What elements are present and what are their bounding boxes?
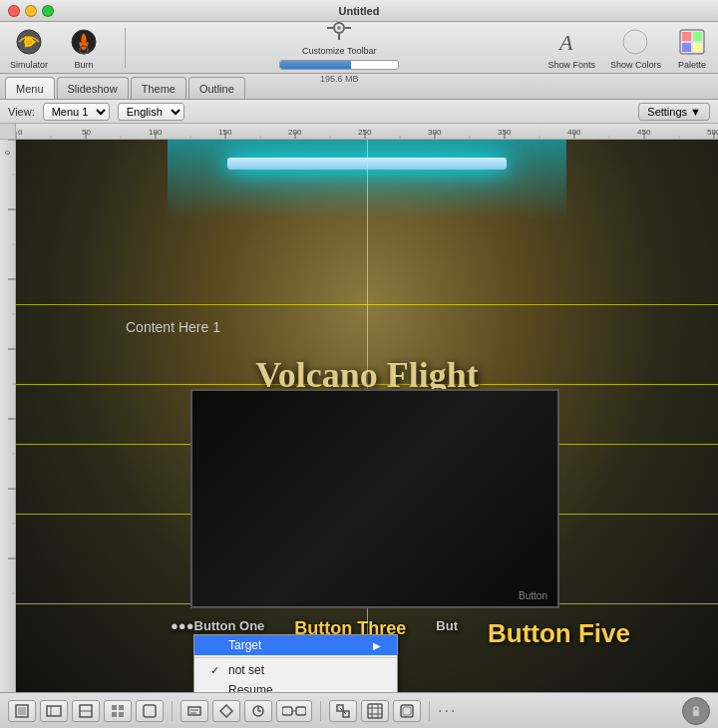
- cm-target[interactable]: Target ▶: [194, 635, 397, 655]
- view-label: View:: [8, 106, 35, 118]
- svg-rect-74: [119, 712, 124, 717]
- progress-bar: [279, 60, 399, 70]
- ruler-h-marks: 0 50 100 150 200 250 300: [16, 124, 718, 139]
- language-select[interactable]: English: [118, 103, 184, 121]
- bt-sep-3: [429, 701, 430, 721]
- menu-select[interactable]: Menu 1: [43, 103, 110, 121]
- simulator-label: Simulator: [10, 60, 48, 70]
- close-button[interactable]: [8, 5, 20, 17]
- context-menu: Target ▶ ✓ not set Resume: [193, 634, 398, 692]
- palette-label: Palette: [678, 60, 706, 70]
- svg-text:400: 400: [567, 128, 581, 137]
- svg-text:A: A: [557, 30, 573, 55]
- bt-btn-9[interactable]: [276, 700, 312, 722]
- bt-btn-7[interactable]: [212, 700, 240, 722]
- svg-text:0: 0: [18, 128, 23, 137]
- svg-text:100: 100: [149, 128, 163, 137]
- ruler-vertical: 0: [0, 140, 16, 692]
- svg-rect-17: [693, 43, 702, 52]
- window-controls[interactable]: [8, 5, 54, 17]
- burn-label: Burn: [75, 60, 94, 70]
- canvas-area: 0 50 100 150 200 250 300: [0, 124, 718, 692]
- ruler-corner: [0, 124, 16, 140]
- svg-text:0: 0: [4, 151, 11, 155]
- svg-rect-89: [368, 704, 382, 718]
- tab-slideshow[interactable]: Slideshow: [57, 77, 129, 99]
- cm-resume[interactable]: Resume: [194, 680, 397, 692]
- cm-target-label: Target: [228, 638, 261, 652]
- tab-menu[interactable]: Menu: [5, 77, 55, 99]
- burn-button[interactable]: Burn: [68, 26, 100, 70]
- show-fonts-label: Show Fonts: [547, 60, 595, 70]
- svg-text:200: 200: [288, 128, 302, 137]
- title-bar: Untitled: [0, 0, 718, 22]
- cm-not-set-check: ✓: [210, 664, 224, 677]
- cm-not-set[interactable]: ✓ not set: [194, 660, 397, 680]
- view-bar: View: Menu 1 English Settings ▼: [0, 100, 718, 124]
- simulator-icon: [13, 26, 45, 58]
- svg-rect-76: [188, 707, 200, 715]
- bt-btn-11[interactable]: [361, 700, 389, 722]
- minimize-button[interactable]: [25, 5, 37, 17]
- three-dots-label: ···: [438, 702, 457, 720]
- cm-sep-1: [194, 657, 397, 658]
- tab-outline[interactable]: Outline: [188, 77, 245, 99]
- svg-rect-75: [144, 705, 156, 717]
- window-title: Untitled: [339, 5, 380, 17]
- tab-theme[interactable]: Theme: [131, 77, 186, 99]
- show-colors-button[interactable]: Show Colors: [610, 26, 661, 70]
- settings-button[interactable]: Settings ▼: [638, 103, 710, 121]
- svg-rect-14: [682, 32, 691, 41]
- svg-text:350: 350: [498, 128, 512, 137]
- cm-not-set-label: not set: [228, 663, 264, 677]
- progress-fill: [280, 61, 351, 69]
- bt-btn-5[interactable]: [136, 700, 164, 722]
- bt-btn-2[interactable]: [40, 700, 68, 722]
- svg-text:250: 250: [358, 128, 372, 137]
- svg-point-5: [337, 26, 341, 30]
- customize-label: Customize Toolbar: [302, 46, 376, 56]
- svg-rect-72: [119, 705, 124, 710]
- fonts-icon: A: [555, 26, 587, 58]
- bt-btn-6[interactable]: [180, 700, 208, 722]
- palette-button[interactable]: Palette: [676, 26, 708, 70]
- toolbar-right: A Show Fonts Show Colors: [547, 26, 708, 70]
- bt-btn-12[interactable]: [393, 700, 421, 722]
- svg-text:500: 500: [707, 128, 718, 137]
- button-five[interactable]: Button Five: [473, 618, 645, 649]
- svg-rect-15: [693, 32, 702, 41]
- cm-resume-label: Resume: [228, 683, 273, 692]
- main-toolbar: Simulator Burn Custom: [0, 22, 718, 74]
- simulator-button[interactable]: Simulator: [10, 26, 48, 70]
- svg-text:50: 50: [82, 128, 91, 137]
- svg-text:150: 150: [218, 128, 232, 137]
- ruler-horizontal: 0 50 100 150 200 250 300: [0, 124, 718, 140]
- svg-text:300: 300: [428, 128, 442, 137]
- video-content: [192, 391, 557, 606]
- bottom-toolbar: ···: [0, 692, 718, 728]
- show-fonts-button[interactable]: A Show Fonts: [547, 26, 595, 70]
- bt-btn-4[interactable]: [104, 700, 132, 722]
- bt-btn-3[interactable]: [72, 700, 100, 722]
- three-dots[interactable]: ···: [438, 702, 457, 720]
- svg-marker-79: [220, 705, 232, 717]
- colors-icon: [619, 26, 651, 58]
- memory-label: 195.6 MB: [320, 74, 359, 84]
- svg-text:450: 450: [637, 128, 651, 137]
- lock-button[interactable]: [682, 697, 710, 725]
- cm-target-arrow: ▶: [373, 640, 381, 651]
- svg-rect-16: [682, 43, 691, 52]
- burn-icon: [68, 26, 100, 58]
- canvas-body: 0: [0, 140, 718, 692]
- bt-btn-1[interactable]: [8, 700, 36, 722]
- svg-rect-84: [296, 707, 306, 715]
- customize-toolbar[interactable]: Customize Toolbar 195.6 MB: [151, 12, 528, 84]
- svg-rect-71: [112, 705, 117, 710]
- maximize-button[interactable]: [42, 5, 54, 17]
- bt-btn-8[interactable]: [244, 700, 272, 722]
- svg-rect-73: [112, 712, 117, 717]
- bt-sep-2: [320, 701, 321, 721]
- button-partial[interactable]: But: [421, 618, 473, 649]
- content-label: Content Here 1: [126, 319, 220, 335]
- bt-btn-10[interactable]: [329, 700, 357, 722]
